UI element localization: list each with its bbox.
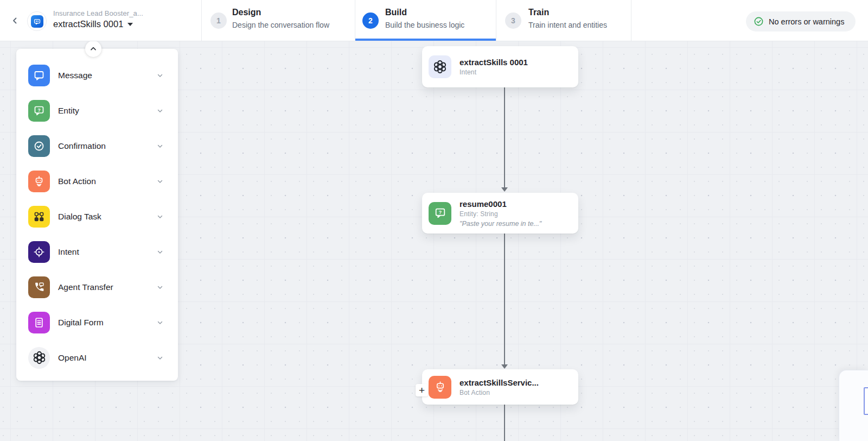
- step-number: 2: [362, 12, 379, 29]
- node-subtitle: Bot Action: [459, 389, 539, 396]
- divider: [631, 0, 631, 41]
- chevron-down-icon: [156, 107, 164, 115]
- chevron-left-icon: [10, 16, 20, 26]
- active-tab-underline: [355, 39, 496, 41]
- agent-transfer-icon: [28, 276, 50, 298]
- intent-icon: [28, 241, 50, 263]
- palette-item-agent-transfer[interactable]: Agent Transfer: [16, 269, 178, 305]
- breadcrumb: Insurance Lead Booster_a... extractSkill…: [53, 9, 143, 29]
- digital-form-icon: [28, 312, 50, 333]
- palette-item-message[interactable]: Message: [16, 58, 178, 93]
- palette-item-label: Entity: [58, 106, 79, 116]
- palette-list: Message ? Entity Confirmation: [16, 58, 178, 375]
- palette-item-digital-form[interactable]: Digital Form: [16, 305, 178, 340]
- chevron-down-icon: [156, 142, 164, 150]
- message-icon: [28, 65, 50, 86]
- chevron-down-icon: [156, 213, 164, 220]
- tab-build[interactable]: 2 Build Build the business logic: [355, 0, 496, 41]
- step-number: 3: [505, 12, 521, 29]
- palette-item-label: Bot Action: [58, 177, 96, 186]
- palette-item-dialog-task[interactable]: Dialog Task: [16, 199, 178, 234]
- node-text: extractSkillsServic... Bot Action: [459, 378, 539, 396]
- breadcrumb-current[interactable]: extractSkills 0001: [53, 19, 143, 29]
- step-subtitle: Train intent and entities: [528, 21, 607, 29]
- check-circle-icon: [754, 16, 764, 27]
- step-number: 1: [210, 12, 227, 29]
- tab-design[interactable]: 1 Design Design the conversation flow: [201, 0, 355, 41]
- flow-node-entity[interactable]: ? resume0001 Entity: String "Paste your …: [422, 193, 578, 234]
- node-title: extractSkillsServic...: [459, 378, 539, 387]
- palette-item-bot-action[interactable]: Bot Action: [16, 163, 178, 199]
- flow-canvas[interactable]: extractSkills 0001 Intent ? resume0001 E…: [0, 41, 868, 441]
- top-bar: Insurance Lead Booster_a... extractSkill…: [0, 0, 868, 41]
- palette-item-label: Intent: [58, 247, 79, 257]
- palette-item-intent[interactable]: Intent: [16, 234, 178, 269]
- minimap-viewport[interactable]: [864, 387, 868, 415]
- bot-avatar: [27, 11, 47, 31]
- bot-action-icon: [429, 376, 451, 399]
- node-palette: Message ? Entity Confirmation: [16, 49, 178, 381]
- flow-node-intent[interactable]: extractSkills 0001 Intent: [422, 46, 578, 87]
- palette-item-entity[interactable]: ? Entity: [16, 93, 178, 128]
- minimap-panel: [839, 370, 868, 441]
- caret-down-icon: [127, 23, 133, 26]
- step-title: Build: [385, 8, 407, 17]
- step-subtitle: Build the business logic: [385, 21, 464, 29]
- node-title: extractSkills 0001: [459, 58, 528, 67]
- node-prompt-preview: "Paste your resume in te...": [459, 220, 541, 228]
- tab-train[interactable]: 3 Train Train intent and entities: [496, 0, 631, 41]
- add-node-button[interactable]: +: [416, 384, 428, 396]
- svg-text:?: ?: [438, 210, 441, 215]
- flow-node-bot-action[interactable]: extractSkillsServic... Bot Action: [422, 369, 578, 405]
- step-subtitle: Design the conversation flow: [232, 21, 329, 29]
- node-text: resume0001 Entity: String "Paste your re…: [459, 199, 541, 228]
- back-button[interactable]: [9, 14, 22, 27]
- palette-item-label: Agent Transfer: [58, 282, 113, 292]
- collapse-palette-button[interactable]: [85, 41, 101, 57]
- palette-item-label: Confirmation: [58, 141, 106, 151]
- status-badge[interactable]: No errors or warnings: [746, 11, 856, 32]
- connector-line: [504, 87, 505, 187]
- connector-arrow-icon: [501, 364, 508, 369]
- palette-item-label: Digital Form: [58, 318, 104, 327]
- palette-item-confirmation[interactable]: Confirmation: [16, 128, 178, 163]
- palette-item-label: OpenAI: [58, 353, 87, 363]
- palette-item-openai[interactable]: OpenAI: [16, 340, 178, 375]
- entity-icon: ?: [429, 202, 451, 225]
- openai-icon: [28, 347, 50, 369]
- bot-chat-icon: [31, 15, 43, 28]
- bot-action-icon: [28, 171, 50, 192]
- palette-item-label: Message: [58, 71, 92, 80]
- node-text: extractSkills 0001 Intent: [459, 58, 528, 76]
- chevron-down-icon: [156, 284, 164, 291]
- openai-icon: [429, 55, 451, 78]
- connector-line: [504, 405, 505, 441]
- svg-text:?: ?: [37, 107, 40, 112]
- chevron-down-icon: [156, 354, 164, 362]
- breadcrumb-parent: Insurance Lead Booster_a...: [53, 9, 143, 17]
- node-subtitle: Intent: [459, 68, 528, 76]
- node-subtitle: Entity: String: [459, 210, 541, 218]
- confirmation-icon: [28, 135, 50, 157]
- dialog-name: extractSkills 0001: [53, 19, 123, 29]
- status-badge-label: No errors or warnings: [769, 17, 844, 26]
- chevron-down-icon: [156, 178, 164, 185]
- palette-item-label: Dialog Task: [58, 212, 101, 222]
- chevron-down-icon: [156, 319, 164, 326]
- connector-arrow-icon: [501, 187, 508, 192]
- chevron-down-icon: [156, 72, 164, 79]
- step-title: Train: [528, 8, 549, 17]
- connector-line: [504, 234, 505, 364]
- chevron-down-icon: [156, 248, 164, 256]
- chevron-up-icon: [89, 45, 98, 53]
- node-title: resume0001: [459, 199, 541, 209]
- dialog-task-icon: [28, 206, 50, 228]
- entity-icon: ?: [28, 100, 50, 122]
- step-title: Design: [232, 8, 261, 17]
